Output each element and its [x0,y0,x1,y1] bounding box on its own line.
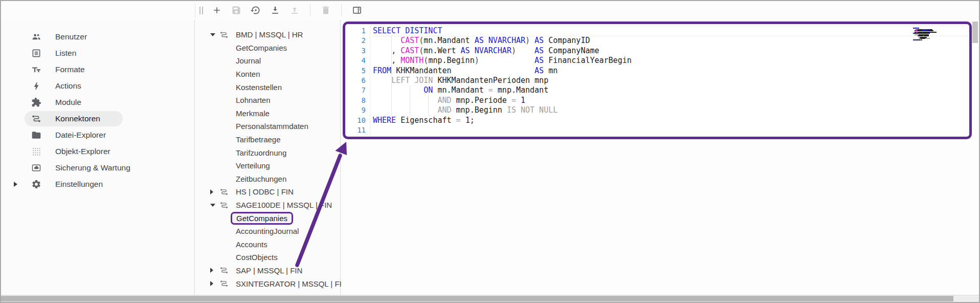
caret-right-icon[interactable] [210,281,213,286]
toggle-panel-button[interactable] [351,5,363,16]
gear-icon [31,179,42,190]
expand-caret-icon[interactable] [14,182,17,187]
tree-item-accounts[interactable]: Accounts [195,238,340,251]
code-area[interactable]: 1SELECT DISTINCT2 CAST(mn.Mandant AS NVA… [345,24,969,137]
app-window: Benutzer Listen Formate [0,0,980,303]
add-button[interactable] [211,5,222,16]
caret-right-icon[interactable] [210,189,213,194]
toolbar-divider [310,4,310,16]
line-number: 11 [345,125,373,135]
sidebar-item-objekt-explorer[interactable]: Objekt-Explorer [1,143,194,160]
line-number: 4 [345,56,373,66]
restore-history-button[interactable] [250,5,261,16]
upload-button[interactable] [289,5,300,16]
code-text: AND mnp.Beginn IS NOT NULL [373,105,969,115]
code-line-11: 11 [345,125,969,135]
horizontal-scrollbar[interactable] [1,295,979,302]
tree-item-costobjects[interactable]: CostObjects [195,251,340,264]
code-line-10: 10WHERE Eigenschaft = 1; [345,116,969,125]
delete-button[interactable] [320,5,331,16]
tree-item-bmd-mssql-hr[interactable]: BMD | MSSQL | HR [195,28,340,41]
tree-item-sage100de-mssql-fin[interactable]: SAGE100DE | MSSQL | FIN [195,199,340,212]
connector-icon [219,30,229,39]
connector-icon [219,279,229,288]
caret-down-icon[interactable] [210,204,215,207]
download-button[interactable] [270,5,281,16]
tree-item-journal[interactable]: Journal [195,54,340,68]
backup-icon [31,162,42,174]
sidebar-item-listen[interactable]: Listen [1,45,194,61]
tree-item-label: SAGE100DE | MSSQL | FIN [236,201,332,209]
sidebar-item-formate[interactable]: Formate [1,61,194,78]
tree-item-zeitbuchungen[interactable]: Zeitbuchungen [195,172,340,186]
tree-item-label: Lohnarten [236,96,271,104]
sidebar-item-datei-explorer[interactable]: Datei-Explorer [1,127,194,143]
sidebar-item-label: Objekt-Explorer [55,147,110,156]
tree-item-label: Merkmale [236,109,270,118]
tree-item-label: CostObjects [236,253,278,262]
toolbar-divider [341,4,342,16]
code-line-3: 3 , CAST(mn.Wert AS NVARCHAR) AS Company… [345,46,969,56]
tree-item-sxintegrator-mssql-fin[interactable]: SXINTEGRATOR | MSSQL | FIN [195,277,340,290]
sql-editor[interactable]: 1SELECT DISTINCT2 CAST(mn.Mandant AS NVA… [343,21,972,139]
sidebar-item-benutzer[interactable]: Benutzer [1,29,194,45]
tree-item-getcompanies[interactable]: GetCompanies [195,41,340,55]
tree-item-sap-mssql-fin[interactable]: SAP | MSSQL | FIN [195,264,340,277]
tree-item-label: BMD | MSSQL | HR [236,30,303,39]
tree-item-label: Accounts [236,240,268,249]
horizontal-scrollbar-thumb[interactable] [1,296,953,301]
tree-item-label: Verteilung [236,161,270,170]
line-number: 2 [345,36,373,46]
line-number: 5 [345,66,373,76]
connector-icon [219,266,229,275]
tree-item-verteilung[interactable]: Verteilung [195,159,340,172]
sidebar-item-einstellungen[interactable]: Einstellungen [1,176,194,192]
save-button[interactable] [231,5,242,16]
bolt-icon [31,80,42,92]
caret-right-icon[interactable] [210,268,213,273]
sidebar-item-actions[interactable]: Actions [1,78,194,94]
line-number: 1 [345,26,373,36]
sidebar-item-module[interactable]: Module [1,94,194,111]
text-format-icon [31,64,42,75]
code-line-6: 6 LEFT JOIN KHKMandantenPerioden mnp [345,76,969,85]
tree-item-hs-odbc-fin[interactable]: HS | ODBC | FIN [195,185,340,199]
drag-handle[interactable] [199,5,203,16]
tree-item-label: GetCompanies [231,212,293,225]
connector-tree: BMD | MSSQL | HRGetCompaniesJournalKonte… [195,20,341,295]
indent-guide [410,85,410,115]
tree-item-label: GetCompanies [236,44,287,52]
sidebar-item-label: Formate [55,65,85,74]
indent-guide [391,36,392,115]
sidebar-item-konnektoren[interactable]: Konnektoren [1,111,194,127]
code-text: , MONTH(mnp.Beginn) AS FinancialYearBegi… [373,56,969,66]
tree-item-lohnarten[interactable]: Lohnarten [195,94,340,107]
minimap[interactable] [913,28,946,42]
tree-item-label: SXINTEGRATOR | MSSQL | FIN [236,279,347,288]
code-line-5: 5FROM KHKMandanten AS mn [345,66,969,76]
code-line-2: 2 CAST(mn.Mandant AS NVARCHAR) AS Compan… [345,36,969,46]
tree-item-accountingjournal[interactable]: AccountingJournal [195,225,340,238]
sidebar-item-sicherung-wartung[interactable]: Sicherung & Wartung [1,160,194,176]
tree-item-kostenstellen[interactable]: Kostenstellen [195,80,340,94]
tree-item-personalstammdaten[interactable]: Personalstammdaten [195,120,340,133]
sidebar-item-label: Listen [55,49,76,58]
sidebar: Benutzer Listen Formate [1,20,195,295]
code-text: ON mn.Mandant = mnp.Mandant [373,85,969,95]
code-line-8: 8 AND mnp.Periode = 1 [345,96,969,105]
sidebar-item-label: Sicherung & Wartung [55,163,130,172]
line-number: 10 [345,116,373,125]
tree-item-label: Personalstammdaten [236,122,308,131]
connector-icon [31,113,42,124]
vertical-scrollbar-thumb[interactable] [972,21,978,43]
tree-item-label: Tarifzuordnung [236,148,286,157]
tree-item-merkmale[interactable]: Merkmale [195,107,340,120]
tree-item-getcompanies[interactable]: GetCompanies [195,211,340,225]
tree-item-tarifbetraege[interactable]: Tarifbetraege [195,133,340,146]
sidebar-item-label: Einstellungen [55,180,103,189]
tree-item-konten[interactable]: Konten [195,68,340,81]
main-area: Benutzer Listen Formate [1,20,979,295]
caret-down-icon[interactable] [210,33,215,36]
tree-item-tarifzuordnung[interactable]: Tarifzuordnung [195,146,340,159]
code-line-9: 9 AND mnp.Beginn IS NOT NULL [345,105,969,115]
